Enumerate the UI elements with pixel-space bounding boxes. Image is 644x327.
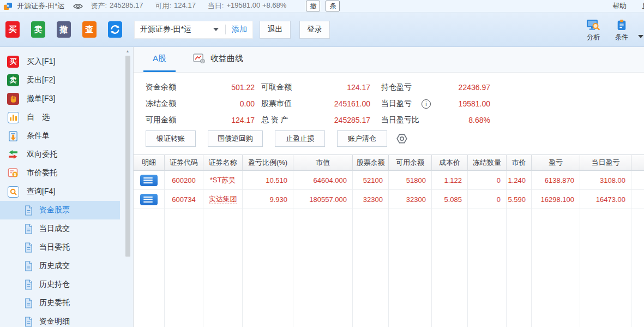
sidebar-subitem-today-deals[interactable]: 当日成交 <box>0 219 120 238</box>
grid-filler <box>631 209 644 327</box>
sidebar-item-label: 双向委托 <box>27 150 57 159</box>
grid-filler <box>353 209 389 327</box>
sidebar-item-label: 市价委托 <box>27 168 57 178</box>
col-header-available[interactable]: 可用余额 <box>389 154 432 171</box>
col-header-pl-ratio[interactable]: 盈亏比例(%) <box>243 154 293 171</box>
col-header-code[interactable]: 证券代码 <box>165 154 203 171</box>
sidebar-item-market-price-order[interactable]: $ 市价委托 <box>0 164 120 182</box>
col-header-pl[interactable]: 盈亏 <box>532 154 580 171</box>
available-stat: 可用: 124.17 <box>155 1 195 11</box>
bank-transfer-button[interactable]: 银证转账 <box>146 130 196 147</box>
tab-profit-curve[interactable]: 收益曲线 <box>190 47 246 72</box>
sidebar-item-condition-order[interactable]: 条件单 <box>0 127 120 145</box>
quick-cancel-button[interactable]: 撤 <box>306 1 320 11</box>
cell-name[interactable]: *ST苏昊 <box>203 171 243 190</box>
sidebar-item-two-way-order[interactable]: 双向委托 <box>0 145 120 164</box>
cell-code[interactable]: 600734 <box>165 190 203 209</box>
summary-available: 可用金额124.17 <box>146 112 255 128</box>
col-header-price[interactable]: 市价 <box>507 154 532 171</box>
cell-market-value: 180557.000 <box>293 190 353 209</box>
condition-label: 条件 <box>615 33 628 42</box>
sell-button[interactable]: 卖 <box>31 21 45 38</box>
col-header-frozen[interactable]: 冻结数量 <box>468 154 507 171</box>
sidebar-item-sell[interactable]: 卖 卖出[F2] <box>0 71 120 90</box>
cell-price: 1.240 <box>507 171 532 190</box>
sidebar-item-query[interactable]: 查询[F4] <box>0 182 120 201</box>
summary-value: 124.17 <box>347 83 370 92</box>
sidebar-item-cancel-order[interactable]: 撤单[F3] <box>0 90 120 108</box>
sidebar-subitem-label: 历史委托 <box>39 298 70 308</box>
refresh-button[interactable] <box>108 21 122 38</box>
col-header-cost[interactable]: 成本价 <box>432 154 468 171</box>
col-header-market-value[interactable]: 市值 <box>293 154 353 171</box>
buy-button[interactable]: 买 <box>5 21 20 38</box>
summary-value: 19581.00 <box>459 99 490 108</box>
document-icon <box>24 205 33 216</box>
summary-value: 0.00 <box>240 99 255 108</box>
sidebar-item-label: 卖出[F2] <box>27 75 55 85</box>
tab-profit-curve-label: 收益曲线 <box>210 53 243 64</box>
sidebar-item-buy[interactable]: 买 买入[F1] <box>0 52 120 71</box>
sidebar-scrollbar[interactable]: ▲ <box>124 48 131 327</box>
cell-filler <box>631 171 644 190</box>
info-icon[interactable]: i <box>422 99 431 109</box>
summary-value: 124.17 <box>231 116 255 124</box>
toolbar-overflow-chevron-icon[interactable] <box>638 35 643 38</box>
feedback-link[interactable]: 反 <box>642 1 644 11</box>
summary-fund-balance: 资金余额501.22 <box>146 79 255 96</box>
col-header-today-pl[interactable]: 当日盈亏 <box>580 154 631 171</box>
account-select[interactable]: 开源证券-田*运 添加 <box>134 21 253 39</box>
cell-pl: 16298.100 <box>532 190 580 209</box>
grid-filler <box>507 209 532 327</box>
cell-available: 32300 <box>389 190 432 209</box>
sidebar-item-label: 买入[F1] <box>27 57 55 67</box>
col-header-name[interactable]: 证券名称 <box>203 154 243 171</box>
available-value: 124.17 <box>174 1 196 11</box>
analysis-button[interactable]: 分析 <box>579 17 607 42</box>
col-header-balance[interactable]: 股票余额 <box>353 154 389 171</box>
quick-condition-button[interactable]: 条 <box>326 1 340 11</box>
sidebar-subitem-history-positions[interactable]: 历史持仓 <box>0 275 120 294</box>
settings-gear-icon[interactable] <box>396 133 408 145</box>
document-icon <box>24 317 33 327</box>
titlebar: 开源证券-田*运 资产: 245285.17 可用: 124.17 当日: +1… <box>0 0 644 13</box>
sidebar-subitem-history-orders[interactable]: 历史委托 <box>0 294 120 312</box>
help-link[interactable]: 帮助 <box>612 1 627 11</box>
cell-name[interactable]: 实达集团 <box>203 190 243 209</box>
cell-today-pl: 16473.00 <box>580 190 631 209</box>
condition-button[interactable]: 条件 <box>607 17 636 42</box>
sidebar-item-label: 条件单 <box>27 131 50 141</box>
sidebar-subitem-label: 当日成交 <box>39 224 70 234</box>
sidebar-subitem-history-deals[interactable]: 历史成交 <box>0 257 120 275</box>
detail-button[interactable] <box>134 171 165 190</box>
col-header-detail[interactable]: 明细 <box>134 154 165 171</box>
tab-a-share[interactable]: A股 <box>143 47 176 72</box>
clear-account-button[interactable]: 账户清仓 <box>337 130 387 147</box>
eye-icon[interactable] <box>73 3 83 10</box>
login-button[interactable]: 登录 <box>299 21 330 39</box>
summary-value: 22436.97 <box>459 83 490 92</box>
cancel-order-button[interactable]: 撤 <box>57 21 71 38</box>
sidebar-subitem-today-orders[interactable]: 当日委托 <box>0 238 120 257</box>
action-buttons: 银证转账 国债逆回购 止盈止损 账户清仓 <box>134 130 644 147</box>
analysis-monitor-icon <box>586 17 600 32</box>
sidebar-subitem-funds-stocks[interactable]: 资金股票 <box>0 201 120 219</box>
sidebar: 买 买入[F1] 卖 卖出[F2] 撤单[F3] 自 选 <box>0 47 134 327</box>
scrollbar-thumb[interactable] <box>125 56 130 257</box>
cell-price: 5.590 <box>507 190 532 209</box>
content: 买 买入[F1] 卖 卖出[F2] 撤单[F3] 自 选 <box>0 47 644 327</box>
grid-filler <box>432 209 468 327</box>
sidebar-subitem-label: 资金明细 <box>39 317 70 326</box>
two-way-arrows-icon <box>7 148 20 161</box>
logout-button[interactable]: 退出 <box>260 21 291 39</box>
scrollbar-up-arrow-icon[interactable]: ▲ <box>126 48 130 55</box>
query-button[interactable]: 查 <box>82 21 97 38</box>
add-account-link[interactable]: 添加 <box>232 25 247 34</box>
treasury-repo-button[interactable]: 国债逆回购 <box>208 130 263 147</box>
cell-code[interactable]: 600200 <box>165 171 203 190</box>
sidebar-item-watchlist[interactable]: 自 选 <box>0 108 120 127</box>
stop-profit-loss-button[interactable]: 止盈止损 <box>275 130 325 147</box>
cell-market-value: 64604.000 <box>293 171 353 190</box>
detail-button[interactable] <box>134 190 165 209</box>
sidebar-subitem-funds-detail[interactable]: 资金明细 <box>0 312 120 327</box>
